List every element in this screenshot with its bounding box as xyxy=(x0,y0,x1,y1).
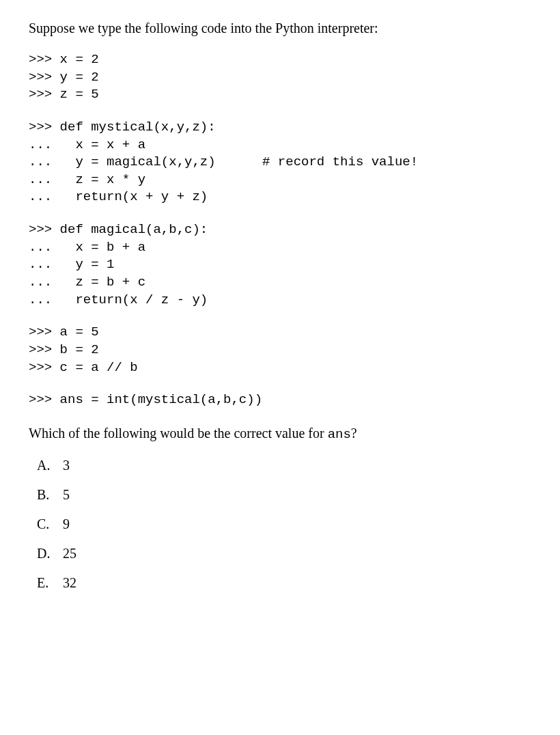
question-suffix: ? xyxy=(351,426,357,441)
answer-choice-d: D. 25 xyxy=(37,546,531,561)
answer-letter: A. xyxy=(37,458,63,473)
answer-letter: B. xyxy=(37,487,63,503)
answer-choice-b: B. 5 xyxy=(37,487,531,503)
answer-value: 32 xyxy=(63,575,76,591)
question-text: Which of the following would be the corr… xyxy=(29,424,531,444)
question-code: ans xyxy=(328,427,351,442)
answer-letter: D. xyxy=(37,546,63,561)
answer-choice-e: E. 32 xyxy=(37,575,531,591)
answer-choice-a: A. 3 xyxy=(37,458,531,473)
code-block-4: >>> a = 5 >>> b = 2 >>> c = a // b xyxy=(29,324,531,376)
answer-value: 25 xyxy=(63,546,76,561)
intro-text: Suppose we type the following code into … xyxy=(29,19,531,38)
answer-list: A. 3 B. 5 C. 9 D. 25 E. 32 xyxy=(29,458,531,591)
page: Suppose we type the following code into … xyxy=(0,0,560,735)
answer-value: 5 xyxy=(63,487,70,503)
code-block-3: >>> def magical(a,b,c): ... x = b + a ..… xyxy=(29,221,531,309)
answer-value: 3 xyxy=(63,458,70,473)
answer-choice-c: C. 9 xyxy=(37,516,531,532)
answer-letter: C. xyxy=(37,516,63,532)
code-block-1: >>> x = 2 >>> y = 2 >>> z = 5 xyxy=(29,51,531,104)
question-prefix: Which of the following would be the corr… xyxy=(29,426,328,441)
code-block-5: >>> ans = int(mystical(a,b,c)) xyxy=(29,391,531,409)
answer-value: 9 xyxy=(63,516,70,532)
answer-letter: E. xyxy=(37,575,63,591)
code-block-2: >>> def mystical(x,y,z): ... x = x + a .… xyxy=(29,119,531,206)
